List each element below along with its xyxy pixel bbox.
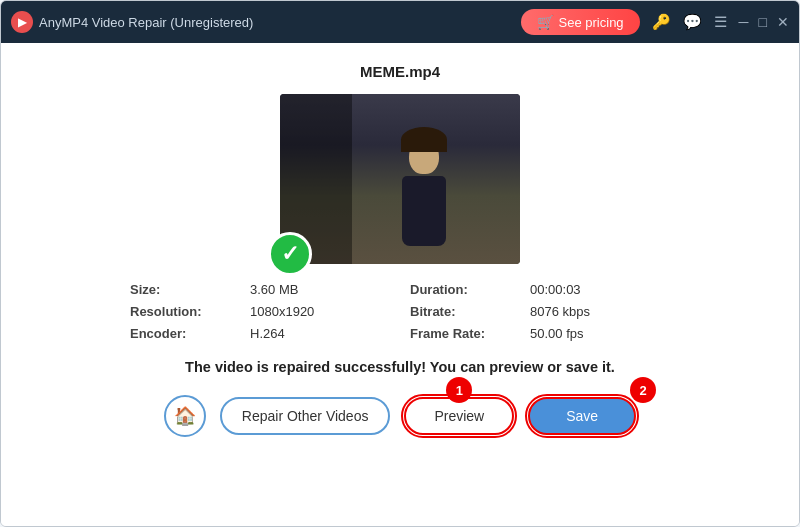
success-message: The video is repaired successfully! You … xyxy=(185,359,615,375)
bitrate-value: 8076 kbps xyxy=(530,304,670,319)
maximize-button[interactable]: □ xyxy=(759,14,767,30)
video-preview-container: ✓ xyxy=(280,94,520,264)
figure xyxy=(394,139,454,249)
main-window: ▶ AnyMP4 Video Repair (Unregistered) 🛒 S… xyxy=(0,0,800,527)
title-bar: ▶ AnyMP4 Video Repair (Unregistered) 🛒 S… xyxy=(1,1,799,43)
cart-icon: 🛒 xyxy=(537,14,554,30)
home-icon: 🏠 xyxy=(174,405,196,427)
badge-1: 1 xyxy=(446,377,472,403)
minimize-button[interactable]: ─ xyxy=(739,14,749,30)
badge-2: 2 xyxy=(630,377,656,403)
see-pricing-button[interactable]: 🛒 See pricing xyxy=(521,9,640,35)
logo-icon: ▶ xyxy=(11,11,33,33)
figure-head xyxy=(409,139,439,174)
check-badge: ✓ xyxy=(268,232,312,276)
app-logo: ▶ AnyMP4 Video Repair (Unregistered) xyxy=(11,11,253,33)
duration-label: Duration: xyxy=(410,282,530,297)
size-value: 3.60 MB xyxy=(250,282,410,297)
resolution-label: Resolution: xyxy=(130,304,250,319)
main-content: MEME.mp4 ✓ Size: 3.60 MB Duration: 00:00… xyxy=(1,43,799,526)
key-icon[interactable]: 🔑 xyxy=(652,13,671,31)
repair-other-button[interactable]: Repair Other Videos xyxy=(220,397,391,435)
preview-wrapper: Preview 1 xyxy=(404,397,514,435)
framerate-value: 50.00 fps xyxy=(530,326,670,341)
framerate-label: Frame Rate: xyxy=(410,326,530,341)
encoder-label: Encoder: xyxy=(130,326,250,341)
encoder-value: H.264 xyxy=(250,326,410,341)
home-button[interactable]: 🏠 xyxy=(164,395,206,437)
resolution-value: 1080x1920 xyxy=(250,304,410,319)
figure-body xyxy=(402,176,446,246)
video-filename: MEME.mp4 xyxy=(360,63,440,80)
size-label: Size: xyxy=(130,282,250,297)
video-info: Size: 3.60 MB Duration: 00:00:03 Resolut… xyxy=(130,282,670,341)
bitrate-label: Bitrate: xyxy=(410,304,530,319)
save-button[interactable]: Save xyxy=(528,397,636,435)
app-title: AnyMP4 Video Repair (Unregistered) xyxy=(39,15,253,30)
window-controls: ─ □ ✕ xyxy=(739,14,789,30)
save-wrapper: Save 2 xyxy=(528,397,636,435)
menu-icon[interactable]: ☰ xyxy=(714,13,727,31)
video-scene xyxy=(280,94,520,264)
title-bar-actions: 🔑 💬 ☰ xyxy=(652,13,727,31)
close-button[interactable]: ✕ xyxy=(777,14,789,30)
duration-value: 00:00:03 xyxy=(530,282,670,297)
action-bar: 🏠 Repair Other Videos Preview 1 Save 2 xyxy=(164,395,636,437)
chat-icon[interactable]: 💬 xyxy=(683,13,702,31)
video-thumbnail xyxy=(280,94,520,264)
